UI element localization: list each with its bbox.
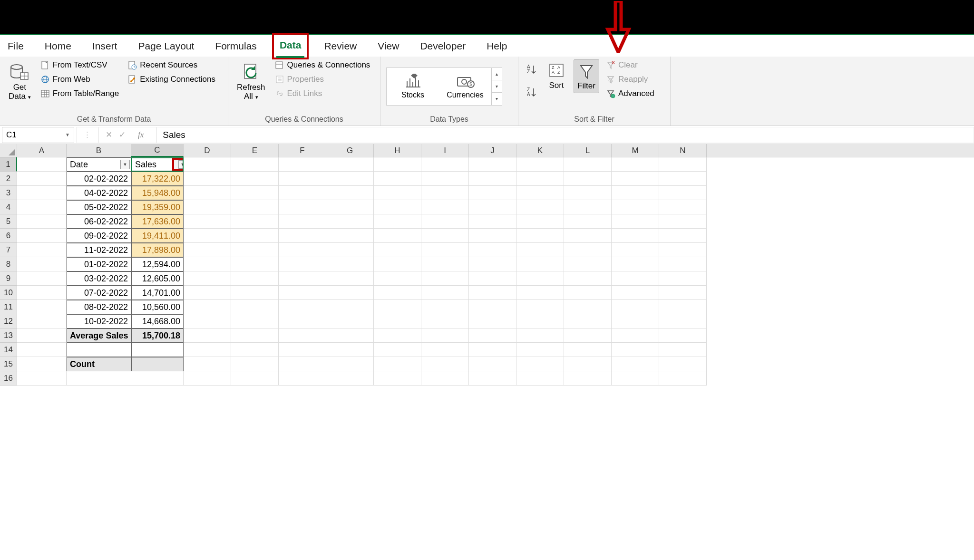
cell[interactable] bbox=[659, 286, 707, 300]
row-header-1[interactable]: 1 bbox=[0, 157, 17, 172]
cell[interactable] bbox=[326, 271, 374, 286]
cell[interactable] bbox=[184, 186, 231, 200]
cell[interactable] bbox=[469, 229, 516, 243]
cell[interactable] bbox=[469, 300, 516, 314]
cell[interactable] bbox=[469, 257, 516, 271]
cell[interactable] bbox=[184, 257, 231, 271]
cell[interactable] bbox=[279, 200, 326, 214]
cell[interactable] bbox=[17, 257, 67, 271]
advanced-filter-button[interactable]: Advanced bbox=[604, 88, 656, 99]
cell-A1[interactable] bbox=[17, 157, 67, 172]
cell[interactable] bbox=[231, 314, 279, 328]
tab-page-layout[interactable]: Page Layout bbox=[136, 37, 196, 56]
cell[interactable] bbox=[184, 300, 231, 314]
namebox-options-icon[interactable]: ⋮ bbox=[83, 130, 91, 140]
cell[interactable] bbox=[374, 300, 421, 314]
cell[interactable] bbox=[516, 243, 564, 257]
tab-review[interactable]: Review bbox=[322, 37, 359, 56]
cell[interactable] bbox=[516, 286, 564, 300]
cell[interactable] bbox=[564, 328, 612, 343]
data-sales[interactable]: 15,948.00 bbox=[131, 186, 184, 200]
cell[interactable] bbox=[374, 214, 421, 229]
filter-dropdown-date[interactable]: ▼ bbox=[120, 160, 130, 169]
cell[interactable] bbox=[516, 314, 564, 328]
cell[interactable] bbox=[516, 186, 564, 200]
cell[interactable] bbox=[612, 229, 659, 243]
cell[interactable] bbox=[659, 257, 707, 271]
cell[interactable] bbox=[279, 271, 326, 286]
cell[interactable] bbox=[279, 357, 326, 371]
cell[interactable] bbox=[231, 172, 279, 186]
cell[interactable] bbox=[421, 157, 469, 172]
row-header-3[interactable]: 3 bbox=[0, 186, 17, 200]
cell[interactable] bbox=[421, 271, 469, 286]
data-date[interactable]: 02-02-2022 bbox=[67, 172, 131, 186]
gallery-scroll-down[interactable]: ▾ bbox=[492, 80, 502, 93]
from-web-button[interactable]: From Web bbox=[39, 74, 121, 85]
cell[interactable] bbox=[131, 371, 184, 386]
gallery-scroll-up[interactable]: ▴ bbox=[492, 68, 502, 80]
cell[interactable] bbox=[469, 157, 516, 172]
cell[interactable] bbox=[564, 172, 612, 186]
cell[interactable] bbox=[326, 229, 374, 243]
data-date[interactable]: 03-02-2022 bbox=[67, 271, 131, 286]
cell[interactable] bbox=[469, 200, 516, 214]
cell[interactable] bbox=[564, 186, 612, 200]
data-sales[interactable]: 17,898.00 bbox=[131, 243, 184, 257]
cell[interactable] bbox=[17, 200, 67, 214]
data-sales[interactable]: 14,701.00 bbox=[131, 286, 184, 300]
get-data-button[interactable]: Get Data ▾ bbox=[6, 59, 34, 103]
spreadsheet-grid[interactable]: ABCDEFGHIJKLMN 1Date▼Sales▼202-02-202217… bbox=[0, 144, 974, 386]
tab-view[interactable]: View bbox=[376, 37, 401, 56]
formula-input[interactable]: Sales bbox=[156, 127, 974, 143]
cell[interactable] bbox=[326, 286, 374, 300]
cell[interactable] bbox=[421, 186, 469, 200]
cell[interactable] bbox=[326, 243, 374, 257]
cell[interactable] bbox=[279, 343, 326, 357]
cell[interactable] bbox=[516, 229, 564, 243]
data-sales[interactable]: 12,594.00 bbox=[131, 257, 184, 271]
cell[interactable] bbox=[421, 214, 469, 229]
row-header-14[interactable]: 14 bbox=[0, 343, 17, 357]
cell[interactable] bbox=[326, 371, 374, 386]
cell[interactable] bbox=[184, 343, 231, 357]
column-header-D[interactable]: D bbox=[184, 144, 231, 157]
cell[interactable] bbox=[564, 257, 612, 271]
cell[interactable] bbox=[374, 314, 421, 328]
cell[interactable] bbox=[659, 314, 707, 328]
fx-icon[interactable]: fx bbox=[132, 130, 149, 140]
sort-ascending-button[interactable]: AZ bbox=[524, 63, 539, 76]
column-header-G[interactable]: G bbox=[326, 144, 374, 157]
row-header-11[interactable]: 11 bbox=[0, 300, 17, 314]
column-header-B[interactable]: B bbox=[67, 144, 131, 157]
data-date[interactable]: 04-02-2022 bbox=[67, 186, 131, 200]
average-value[interactable]: 15,700.18 bbox=[131, 328, 184, 343]
data-sales[interactable]: 12,605.00 bbox=[131, 271, 184, 286]
refresh-all-button[interactable]: Refresh All ▾ bbox=[234, 59, 268, 103]
cell[interactable] bbox=[279, 300, 326, 314]
tab-formulas[interactable]: Formulas bbox=[213, 37, 259, 56]
cell[interactable] bbox=[279, 257, 326, 271]
cell[interactable] bbox=[184, 271, 231, 286]
cell[interactable] bbox=[326, 172, 374, 186]
data-date[interactable]: 07-02-2022 bbox=[67, 286, 131, 300]
cell[interactable] bbox=[374, 343, 421, 357]
cell[interactable] bbox=[564, 357, 612, 371]
cell[interactable] bbox=[17, 300, 67, 314]
cell[interactable] bbox=[279, 214, 326, 229]
cell[interactable] bbox=[17, 371, 67, 386]
cell[interactable] bbox=[659, 300, 707, 314]
edit-links-button[interactable]: Edit Links bbox=[273, 88, 372, 99]
cell[interactable] bbox=[17, 357, 67, 371]
cell[interactable] bbox=[612, 157, 659, 172]
column-header-A[interactable]: A bbox=[17, 144, 67, 157]
from-table-range-button[interactable]: From Table/Range bbox=[39, 88, 121, 99]
cell[interactable] bbox=[469, 314, 516, 328]
enter-formula-icon[interactable]: ✓ bbox=[119, 130, 126, 140]
cell[interactable] bbox=[231, 328, 279, 343]
clear-filter-button[interactable]: Clear bbox=[604, 59, 656, 71]
filter-dropdown-sales[interactable]: ▼ bbox=[172, 158, 184, 171]
count-value[interactable] bbox=[131, 357, 184, 371]
cell[interactable] bbox=[231, 257, 279, 271]
data-date[interactable]: 08-02-2022 bbox=[67, 300, 131, 314]
